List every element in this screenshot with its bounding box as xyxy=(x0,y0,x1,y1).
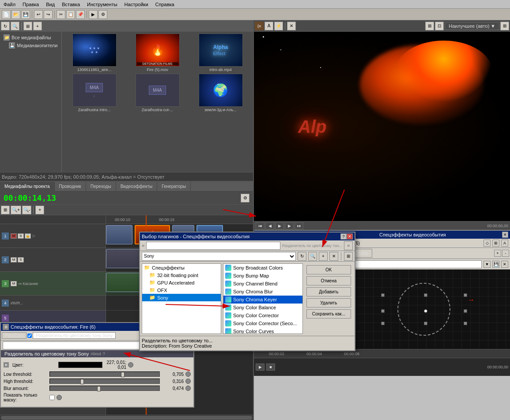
timeline-zoom-out[interactable]: 🔍- xyxy=(22,206,31,214)
folder-delete[interactable]: ✕ xyxy=(329,252,338,261)
tree-item-fx[interactable]: 📁 Спецэффекты xyxy=(142,264,221,271)
fx-play-btn[interactable]: ▶ xyxy=(256,364,264,371)
media-view-toggle[interactable]: ⊞ xyxy=(23,22,32,30)
blur-slider-handle[interactable] xyxy=(97,386,101,391)
open-button[interactable]: 📂 xyxy=(11,10,20,19)
handle-br[interactable] xyxy=(464,322,467,325)
track-1-solo[interactable]: S xyxy=(18,233,24,239)
fx-event-keyframe[interactable]: ◇ xyxy=(484,240,491,247)
plugin-chromablur[interactable]: Sony Chroma Blur xyxy=(223,288,302,296)
play-btn[interactable]: ▶ xyxy=(275,222,284,229)
menu-file[interactable]: Файл xyxy=(0,1,19,8)
tree-item-32bit[interactable]: 📁 32-bit floating point xyxy=(142,271,221,279)
media-thumb-6[interactable]: 🌍 земля-3д-и-Аль... xyxy=(190,74,251,112)
go-end-btn[interactable]: ⏭ xyxy=(295,222,303,229)
tree-media-drives[interactable]: 💾 Медианакопители xyxy=(2,41,60,49)
handle-center[interactable] xyxy=(424,309,427,313)
menu-insert[interactable]: Вставка xyxy=(58,1,83,8)
media-thumb-3[interactable]: AlphaEffect intro-ab.mp4 xyxy=(190,34,251,72)
high-slider[interactable] xyxy=(49,379,160,384)
tab-transitions[interactable]: Переходы xyxy=(86,182,116,191)
next-frame-btn[interactable]: ▶ xyxy=(285,222,294,229)
folder-search[interactable]: 🔍 xyxy=(308,252,317,261)
folder-add[interactable]: + xyxy=(319,252,328,261)
timeline-settings[interactable]: ⚙ xyxy=(241,194,249,202)
sony-fx-tab-pan[interactable]: Pan/Crop xyxy=(2,332,26,339)
properties-button[interactable]: ⚙ xyxy=(98,10,107,19)
media-search[interactable]: 🔍 xyxy=(11,22,19,30)
handle-bl[interactable] xyxy=(381,322,385,325)
handle-bc[interactable] xyxy=(424,322,427,325)
tab-vfx[interactable]: Видеоэффекты xyxy=(116,182,158,191)
media-thumb-1[interactable]: ★ ★ ★★ ★ 1306511861_aire... xyxy=(64,34,125,72)
menu-edit[interactable]: Правка xyxy=(19,1,42,8)
undo-button[interactable]: ↩ xyxy=(34,10,43,19)
color-keyframe-btn[interactable] xyxy=(128,362,133,368)
menu-help[interactable]: Справка xyxy=(152,1,178,8)
plugin-colorcorrector[interactable]: Sony Color Corrector xyxy=(223,311,302,319)
mask-checkbox[interactable] xyxy=(49,395,55,400)
tab-generators[interactable]: Генераторы xyxy=(157,182,191,191)
prev-frame-btn[interactable]: ◀ xyxy=(265,222,274,229)
plugin-broadcast[interactable]: Sony Broadcast Colors xyxy=(223,264,302,272)
filter-clear[interactable]: ○ xyxy=(344,241,353,250)
media-thumb-5[interactable]: M4A Zarathustra-cut-... xyxy=(127,74,188,112)
preview-fullscreen[interactable]: ⊞ xyxy=(500,22,509,30)
blur-keyframe-btn[interactable] xyxy=(185,386,191,391)
handle-tc[interactable] xyxy=(424,293,427,297)
timeline-snap[interactable]: ⊞ xyxy=(1,206,10,214)
folder-dropdown[interactable]: Sony xyxy=(142,252,296,261)
preview-record[interactable]: ⊡ xyxy=(435,22,444,30)
dialog-close-btn[interactable]: ✕ xyxy=(347,233,353,240)
low-slider[interactable] xyxy=(49,371,160,377)
tree-item-ofx[interactable]: 📁 OFX xyxy=(142,286,221,294)
plugin-colorcorrector2[interactable]: Sony Color Corrector (Seco... xyxy=(223,319,302,327)
tree-item-gpu[interactable]: 📁 GPU Accelerated xyxy=(142,279,221,286)
timeline-zoom-in[interactable]: 🔍+ xyxy=(11,206,21,214)
sony-fx-header-help[interactable]: ? xyxy=(103,352,105,356)
preview-audio[interactable]: A xyxy=(264,22,273,30)
preset-load[interactable]: ▼ xyxy=(484,261,491,268)
track-1-lock[interactable]: 🔒 xyxy=(25,233,31,239)
filter-input[interactable] xyxy=(146,242,280,250)
track-1-mute[interactable]: M xyxy=(11,233,17,239)
new-button[interactable]: 📄 xyxy=(2,10,11,19)
preview-close[interactable]: ✕ xyxy=(287,22,296,30)
tab-media[interactable]: Медиафайлы проекта xyxy=(0,182,55,191)
timeline-add-track[interactable]: + xyxy=(35,206,44,214)
media-thumb-4[interactable]: M4A ♪ Zarathustra intro... xyxy=(64,74,125,112)
low-slider-handle[interactable] xyxy=(121,372,125,377)
cut-button[interactable]: ✂ xyxy=(57,10,65,19)
fx-stop-btn[interactable]: ■ xyxy=(266,364,275,371)
media-refresh[interactable]: ↻ xyxy=(1,22,10,30)
clip-1a[interactable] xyxy=(106,225,132,244)
plugin-bumpmap[interactable]: Sony Bump Map xyxy=(223,272,302,280)
cancel-button[interactable]: Отмена xyxy=(306,276,351,285)
low-keyframe-btn[interactable] xyxy=(185,371,191,377)
remove-button[interactable]: Удалить xyxy=(306,298,351,308)
color-swatch[interactable] xyxy=(58,362,102,368)
copy-button[interactable]: 📋 xyxy=(66,10,75,19)
handle-mr[interactable] xyxy=(464,309,467,313)
high-slider-handle[interactable] xyxy=(80,379,84,384)
folder-view[interactable]: ⊞ xyxy=(344,252,353,261)
playhead[interactable] xyxy=(146,215,147,224)
redo-button[interactable]: ↪ xyxy=(44,10,53,19)
menu-tools[interactable]: Инструменты xyxy=(83,1,121,8)
folder-refresh[interactable]: ↻ xyxy=(298,252,306,261)
plugin-colorbalance[interactable]: Sony Color Balance xyxy=(223,304,302,311)
plugin-channelblend[interactable]: Sony Channel Blend xyxy=(223,280,302,288)
track-2-solo[interactable]: S xyxy=(18,257,24,262)
plugin-colorcurves[interactable]: Sony Color Curves xyxy=(223,327,302,334)
fx-event-auto[interactable]: A xyxy=(501,240,508,247)
fx-remove-effect[interactable]: - xyxy=(502,250,509,257)
timeline-scrollbar[interactable] xyxy=(0,415,253,420)
blur-slider[interactable] xyxy=(49,386,160,391)
handle-tr[interactable] xyxy=(464,293,467,297)
fx-close-btn[interactable]: ✕ xyxy=(502,232,508,238)
ok-button[interactable]: OK xyxy=(306,265,351,274)
media-thumb-2[interactable]: 🔥 DETONATION FILMS Fire (5).mov xyxy=(127,34,188,72)
render-button[interactable]: ▶ xyxy=(89,10,98,19)
track-2-mute[interactable]: M xyxy=(11,257,17,262)
go-start-btn[interactable]: ⏮ xyxy=(256,222,264,229)
